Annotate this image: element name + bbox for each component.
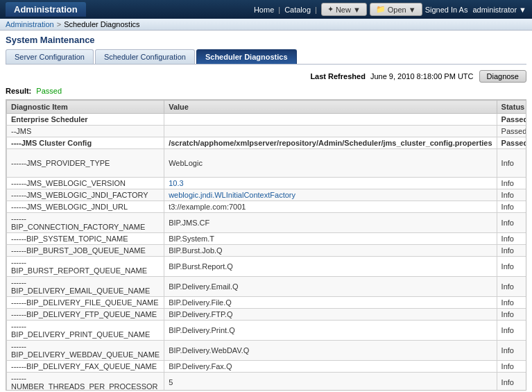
cell-value: BIP.System.T xyxy=(164,233,497,245)
cell-item: ------BIP_DELIVERY_FILE_QUEUE_NAME xyxy=(7,297,164,309)
diagnostics-table: Diagnostic Item Value Status Details Ent… xyxy=(6,100,526,391)
diagnose-button[interactable]: Diagnose xyxy=(479,70,526,83)
table-row: --JMS Passed xyxy=(7,126,527,137)
new-chevron-icon: ▼ xyxy=(353,6,361,14)
top-nav: Administration Home | Catalog | ✦ New ▼ … xyxy=(0,0,532,19)
col-status: Status xyxy=(497,101,526,114)
page-title: System Maintenance xyxy=(6,35,526,45)
cell-item: ------JMS_WEBLOGIC_VERSION xyxy=(7,178,164,189)
home-link[interactable]: Home xyxy=(254,6,274,14)
tab-scheduler-diagnostics[interactable]: Scheduler Diagnostics xyxy=(196,49,297,64)
cell-value: 10.3 xyxy=(164,178,497,189)
table-row: ------BIP_DELIVERY_FTP_QUEUE_NAME BIP.De… xyxy=(7,309,527,321)
new-button[interactable]: ✦ New ▼ xyxy=(321,3,367,16)
cell-value xyxy=(164,114,497,126)
cell-status: Passed xyxy=(497,126,526,137)
table-row: ------BIP_CONNECTION_FACTORY_NAME BIP.JM… xyxy=(7,213,527,233)
cell-status: Info xyxy=(497,178,526,189)
table-row: ------BIP_DELIVERY_PRINT_QUEUE_NAME BIP.… xyxy=(7,321,527,341)
cell-item: ------BIP_DELIVERY_EMAIL_QUEUE_NAME xyxy=(7,277,164,297)
cell-status: Info xyxy=(497,373,526,391)
cell-item: ------BIP_CONNECTION_FACTORY_NAME xyxy=(7,213,164,233)
cell-item: ------JMS_WEBLOGIC_JNDI_URL xyxy=(7,201,164,213)
cell-value: 5 xyxy=(164,373,497,391)
breadcrumb-current: Scheduler Diagnostics xyxy=(64,20,139,28)
breadcrumb-admin-link[interactable]: Administration xyxy=(6,20,54,28)
result-line: Result: Passed xyxy=(6,87,526,95)
cell-value: BIP.JMS.CF xyxy=(164,213,497,233)
breadcrumb-separator: > xyxy=(57,20,61,28)
cell-value: WebLogic xyxy=(164,149,497,178)
cell-status: Info xyxy=(497,149,526,178)
table-row: ------BIP_BURST_JOB_QUEUE_NAME BIP.Burst… xyxy=(7,245,527,257)
table-row: ------NUMBER_THREADS_PER_PROCESSOR 5 Inf… xyxy=(7,373,527,391)
cell-value: weblogic.jndi.WLInitialContextFactory xyxy=(164,189,497,201)
cell-item: ------NUMBER_THREADS_PER_PROCESSOR xyxy=(7,373,164,391)
cell-value: /scratch/apphome/xmlpserver/repository/A… xyxy=(164,137,497,149)
table-header-row: Diagnostic Item Value Status Details xyxy=(7,101,527,114)
breadcrumb: Administration > Scheduler Diagnostics xyxy=(0,19,532,31)
col-value: Value xyxy=(164,101,497,114)
cell-status: Info xyxy=(497,201,526,213)
open-chevron-icon: ▼ xyxy=(409,6,416,14)
table-row: ------BIP_BURST_REPORT_QUEUE_NAME BIP.Bu… xyxy=(7,257,527,277)
cell-item: ------BIP_SYSTEM_TOPIC_NAME xyxy=(7,233,164,245)
cell-item: ------JMS_WEBLOGIC_JNDI_FACTORY xyxy=(7,189,164,201)
table-row: ------JMS_WEBLOGIC_JNDI_FACTORY weblogic… xyxy=(7,189,527,201)
cell-value: BIP.Delivery.File.Q xyxy=(164,297,497,309)
result-value: Passed xyxy=(36,87,62,95)
new-icon: ✦ xyxy=(327,5,334,14)
tab-scheduler-configuration[interactable]: Scheduler Configuration xyxy=(95,49,195,64)
table-row: ------BIP_DELIVERY_FAX_QUEUE_NAME BIP.De… xyxy=(7,361,527,373)
last-refreshed-label: Last Refreshed June 9, 2010 8:18:00 PM U… xyxy=(310,72,473,80)
cell-value: BIP.Delivery.Fax.Q xyxy=(164,361,497,373)
cell-value: BIP.Burst.Job.Q xyxy=(164,245,497,257)
cell-status: Info xyxy=(497,245,526,257)
cell-status: Info xyxy=(497,277,526,297)
cell-item: ----JMS Cluster Config xyxy=(7,137,164,149)
cell-status: Info xyxy=(497,297,526,309)
cell-status: Passed xyxy=(497,114,526,126)
table-row: ------JMS_WEBLOGIC_VERSION 10.3 Info xyxy=(7,178,527,189)
table-row: ------BIP_DELIVERY_WEBDAV_QUEUE_NAME BIP… xyxy=(7,341,527,361)
tab-bar: Server Configuration Scheduler Configura… xyxy=(6,49,526,65)
cell-item: ------BIP_DELIVERY_FAX_QUEUE_NAME xyxy=(7,361,164,373)
table-row: ------JMS_WEBLOGIC_JNDI_URL t3://example… xyxy=(7,201,527,213)
cell-status: Passed xyxy=(497,137,526,149)
cell-value: BIP.Delivery.FTP.Q xyxy=(164,309,497,321)
cell-item: ------BIP_DELIVERY_FTP_QUEUE_NAME xyxy=(7,309,164,321)
cell-value xyxy=(164,126,497,137)
cell-item: ------BIP_BURST_JOB_QUEUE_NAME xyxy=(7,245,164,257)
cell-status: Info xyxy=(497,341,526,361)
refresh-time: June 9, 2010 8:18:00 PM UTC xyxy=(370,72,474,80)
cell-value: t3://example.com:7001 xyxy=(164,201,497,213)
cell-status: Info xyxy=(497,189,526,201)
table-row: ------JMS_PROVIDER_TYPE WebLogic Info We… xyxy=(7,149,527,178)
catalog-link[interactable]: Catalog xyxy=(284,6,311,14)
user-chevron-icon: ▼ xyxy=(519,6,526,14)
tab-server-configuration[interactable]: Server Configuration xyxy=(6,49,94,64)
cell-status: Info xyxy=(497,321,526,341)
cell-item: ------BIP_DELIVERY_WEBDAV_QUEUE_NAME xyxy=(7,341,164,361)
diagnostics-table-container: Diagnostic Item Value Status Details Ent… xyxy=(6,99,526,391)
cell-item: ------BIP_DELIVERY_PRINT_QUEUE_NAME xyxy=(7,321,164,341)
cell-status: Info xyxy=(497,257,526,277)
table-row: Enterprise Scheduler Passed xyxy=(7,114,527,126)
cell-item: Enterprise Scheduler xyxy=(7,114,164,126)
folder-icon: 📁 xyxy=(376,5,386,14)
cell-item: ------BIP_BURST_REPORT_QUEUE_NAME xyxy=(7,257,164,277)
open-button[interactable]: 📁 Open ▼ xyxy=(370,3,422,16)
cell-value: BIP.Delivery.Email.Q xyxy=(164,277,497,297)
table-row: ----JMS Cluster Config /scratch/apphome/… xyxy=(7,137,527,149)
app-title[interactable]: Administration xyxy=(6,2,86,17)
table-row: ------BIP_DELIVERY_FILE_QUEUE_NAME BIP.D… xyxy=(7,297,527,309)
refresh-bar: Last Refreshed June 9, 2010 8:18:00 PM U… xyxy=(6,70,526,83)
username-link[interactable]: administrator xyxy=(472,6,517,14)
cell-item: --JMS xyxy=(7,126,164,137)
signed-in-label: Signed In As administrator ▼ xyxy=(425,6,526,14)
cell-value: BIP.Burst.Report.Q xyxy=(164,257,497,277)
cell-status: Info xyxy=(497,309,526,321)
col-diagnostic-item: Diagnostic Item xyxy=(7,101,164,114)
table-row: ------BIP_DELIVERY_EMAIL_QUEUE_NAME BIP.… xyxy=(7,277,527,297)
cell-value: BIP.Delivery.WebDAV.Q xyxy=(164,341,497,361)
